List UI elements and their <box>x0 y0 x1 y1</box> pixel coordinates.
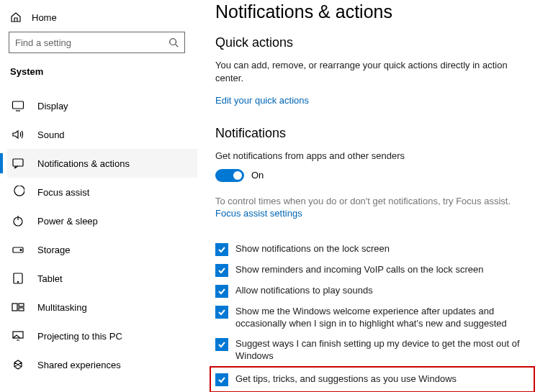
sidebar-item-label: Notifications & actions <box>37 158 130 169</box>
svg-rect-2 <box>13 159 23 166</box>
power-icon <box>12 214 24 227</box>
sidebar-item-power-sleep[interactable]: Power & sleep <box>7 206 197 235</box>
checkbox-checked-icon <box>215 373 228 386</box>
notifications-heading: Notifications <box>215 126 536 141</box>
check-label: Get tips, tricks, and suggestions as you… <box>235 373 457 386</box>
page-title: Notifications & actions <box>215 1 536 22</box>
sound-icon <box>12 128 24 141</box>
main-panel: Notifications & actions Quick actions Yo… <box>198 0 553 392</box>
check-item-tips-tricks[interactable]: Get tips, tricks, and suggestions as you… <box>210 366 535 392</box>
notifications-toggle-label: Get notifications from apps and other se… <box>215 150 518 163</box>
svg-point-0 <box>170 39 176 45</box>
sidebar-item-focus-assist[interactable]: Focus assist <box>7 178 197 206</box>
sidebar-item-tablet[interactable]: Tablet <box>7 264 197 293</box>
svg-rect-1 <box>13 101 24 109</box>
projecting-icon <box>12 329 24 342</box>
category-label: System <box>7 63 197 86</box>
svg-rect-8 <box>12 304 17 311</box>
focus-assist-icon <box>12 186 24 199</box>
focus-hint-text: To control times when you do or don't ge… <box>215 195 518 208</box>
checkbox-checked-icon <box>215 243 228 256</box>
sidebar-item-notifications[interactable]: Notifications & actions <box>7 149 197 178</box>
check-label: Show notifications on the lock screen <box>235 242 390 255</box>
sidebar-item-shared-experiences[interactable]: Shared experiences <box>7 350 197 379</box>
quick-actions-heading: Quick actions <box>215 35 536 50</box>
check-item-welcome-experience[interactable]: Show me the Windows welcome experience a… <box>215 301 532 334</box>
check-label: Show reminders and incoming VoIP calls o… <box>235 263 483 276</box>
sidebar-item-label: Focus assist <box>37 187 89 198</box>
checkbox-checked-icon <box>215 338 228 351</box>
svg-rect-10 <box>19 308 24 311</box>
focus-assist-settings-link[interactable]: Focus assist settings <box>215 208 536 219</box>
checkbox-checked-icon <box>215 285 228 298</box>
search-icon <box>168 37 179 47</box>
sidebar-item-storage[interactable]: Storage <box>7 235 197 264</box>
checkbox-checked-icon <box>215 264 228 277</box>
multitasking-icon <box>12 301 24 314</box>
sidebar-item-label: Storage <box>37 245 71 255</box>
sidebar-item-label: Multitasking <box>37 302 87 313</box>
sidebar-item-label: Tablet <box>37 273 63 284</box>
svg-rect-9 <box>19 304 24 306</box>
shared-icon <box>12 358 24 371</box>
checkbox-checked-icon <box>215 306 228 319</box>
check-item-sounds[interactable]: Allow notifications to play sounds <box>215 281 532 301</box>
notifications-toggle-row: On <box>215 169 536 182</box>
nav-home-label: Home <box>32 12 57 23</box>
sidebar-item-label: Shared experiences <box>37 360 121 370</box>
notification-options-list: Show notifications on the lock screen Sh… <box>215 239 536 392</box>
search-input[interactable] <box>15 37 159 48</box>
notifications-icon <box>12 157 24 170</box>
svg-point-5 <box>20 250 22 251</box>
tablet-icon <box>12 272 24 285</box>
nav-list: Display Sound Notifications & actions Fo… <box>7 91 197 379</box>
edit-quick-actions-link[interactable]: Edit your quick actions <box>215 95 536 106</box>
home-icon <box>10 12 22 23</box>
svg-point-7 <box>17 281 18 282</box>
sidebar-item-multitasking[interactable]: Multitasking <box>7 293 197 322</box>
check-label: Suggest ways I can finish setting up my … <box>235 337 532 363</box>
check-label: Show me the Windows welcome experience a… <box>235 305 532 330</box>
check-item-lock-screen[interactable]: Show notifications on the lock screen <box>215 239 532 260</box>
sidebar-item-label: Power & sleep <box>37 216 98 227</box>
check-label: Allow notifications to play sounds <box>235 284 373 297</box>
nav-home[interactable]: Home <box>7 7 197 32</box>
check-item-finish-setup[interactable]: Suggest ways I can finish setting up my … <box>215 334 532 366</box>
quick-actions-desc: You can add, remove, or rearrange your q… <box>215 59 518 85</box>
storage-icon <box>12 243 24 256</box>
sidebar-item-projecting[interactable]: Projecting to this PC <box>7 322 197 350</box>
sidebar-item-sound[interactable]: Sound <box>7 120 197 149</box>
sidebar-item-label: Sound <box>37 129 65 140</box>
notifications-toggle[interactable] <box>215 169 244 182</box>
notifications-toggle-value: On <box>251 170 264 181</box>
check-item-voip[interactable]: Show reminders and incoming VoIP calls o… <box>215 260 532 281</box>
sidebar: Home System Display Sound <box>0 0 198 392</box>
sidebar-item-label: Projecting to this PC <box>37 331 122 342</box>
search-wrap <box>9 32 187 53</box>
search-box[interactable] <box>9 32 185 53</box>
sidebar-item-display[interactable]: Display <box>7 91 197 120</box>
sidebar-item-label: Display <box>37 101 68 111</box>
display-icon <box>12 99 24 112</box>
